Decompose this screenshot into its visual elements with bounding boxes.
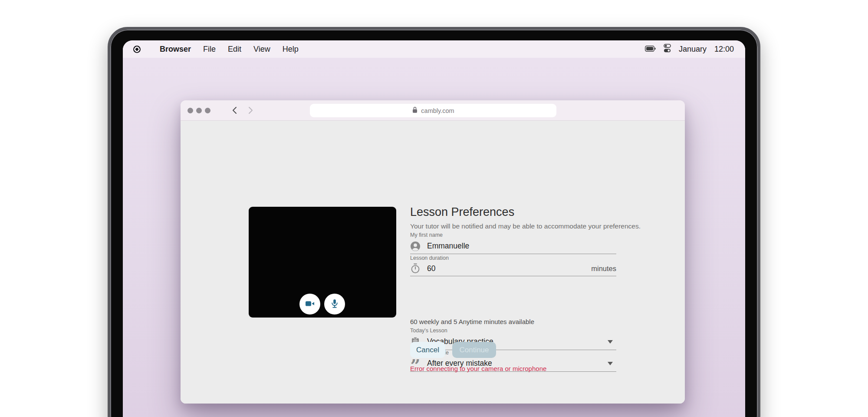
stopwatch-icon [410, 263, 421, 274]
page-content: Lesson Preferences Your tutor will be no… [181, 121, 685, 404]
first-name-value[interactable]: Emmanuelle [427, 242, 469, 251]
lesson-preferences-panel: Lesson Preferences Your tutor will be no… [410, 208, 616, 404]
menu-app-name[interactable]: Browser [160, 45, 191, 54]
first-name-field[interactable]: Emmanuelle [410, 238, 616, 254]
menubar-date[interactable]: January [679, 45, 707, 54]
dropdown-caret-icon [608, 362, 613, 365]
cancel-button[interactable]: Cancel [410, 342, 445, 358]
duration-field[interactable]: 60 minutes [410, 261, 616, 276]
url-text: cambly.com [421, 107, 454, 114]
device-frame: Browser File Edit View Help [108, 27, 760, 417]
toggle-camera-button[interactable] [299, 294, 320, 314]
menubar-time[interactable]: 12:00 [714, 45, 734, 54]
url-bar[interactable]: cambly.com [310, 104, 556, 117]
menu-item-file[interactable]: File [203, 45, 216, 54]
camera-preview [249, 207, 396, 318]
system-logo-icon[interactable] [133, 46, 141, 53]
window-minimize-button[interactable] [196, 108, 202, 113]
browser-titlebar[interactable]: cambly.com [181, 100, 685, 121]
screen: Browser File Edit View Help [123, 40, 745, 417]
page-subtitle: Your tutor will be notified and may be a… [410, 222, 641, 230]
battery-icon [645, 45, 656, 54]
back-icon[interactable] [231, 106, 238, 115]
menu-item-view[interactable]: View [253, 45, 270, 54]
dropdown-caret-icon [608, 340, 613, 344]
stage: Browser File Edit View Help [0, 0, 868, 417]
duration-value[interactable]: 60 [427, 264, 435, 273]
duration-label: Lesson duration [410, 255, 449, 261]
desktop: cambly.com [123, 58, 745, 417]
lock-icon [412, 106, 418, 115]
first-name-label: My first name [410, 232, 443, 238]
duration-helper-text: 60 weekly and 5 Anytime minutes availabl… [410, 318, 534, 325]
window-zoom-button[interactable] [205, 108, 210, 113]
toggle-microphone-button[interactable] [324, 294, 345, 314]
toggles-icon[interactable] [664, 43, 671, 55]
microphone-icon [330, 298, 339, 310]
window-close-button[interactable] [187, 108, 193, 113]
continue-button[interactable]: Continue [452, 342, 496, 358]
window-controls [187, 108, 210, 113]
camera-icon [305, 298, 315, 310]
page-title: Lesson Preferences [410, 205, 514, 219]
duration-suffix: minutes [591, 265, 616, 273]
error-message: Error connecting to your camera or micro… [410, 365, 546, 372]
todays-lesson-label: Today's Lesson [410, 328, 447, 334]
menu-bar: Browser File Edit View Help [123, 40, 745, 58]
forward-icon[interactable] [247, 106, 254, 115]
browser-window: cambly.com [181, 100, 685, 404]
menu-item-edit[interactable]: Edit [228, 45, 241, 54]
menu-item-help[interactable]: Help [283, 45, 299, 54]
person-icon [410, 241, 421, 252]
